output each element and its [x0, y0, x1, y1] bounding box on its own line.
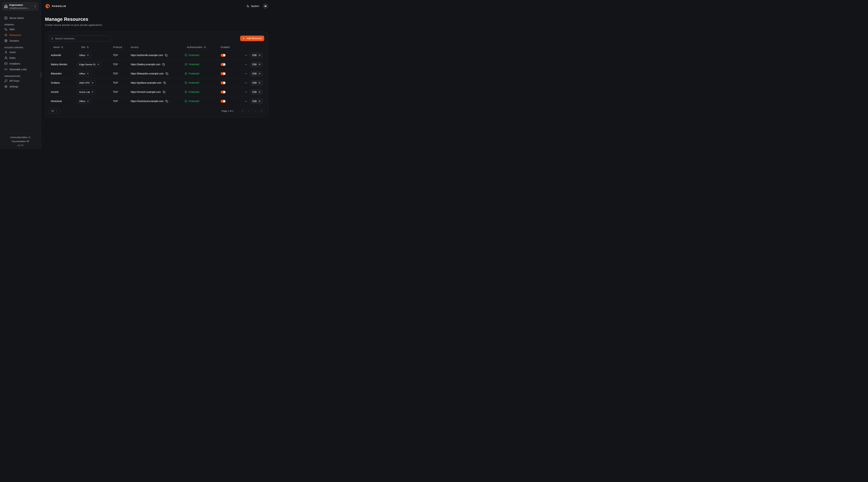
user-icon — [4, 51, 7, 54]
edit-button[interactable]: Edit — [250, 62, 263, 67]
site-link-button[interactable]: AWS VPC — [77, 80, 96, 86]
row-menu-button[interactable] — [244, 72, 248, 76]
resource-name: Bitwarden — [49, 72, 76, 75]
copy-icon[interactable] — [163, 82, 166, 84]
edit-button[interactable]: Edit — [250, 99, 263, 104]
table-row: Immich Home Lab TCP https://immich.examp… — [49, 87, 264, 96]
enabled-toggle[interactable] — [221, 54, 226, 57]
users-icon — [4, 56, 7, 60]
arrow-right-icon — [258, 82, 260, 84]
sidebar-item-domains[interactable]: Domains — [0, 38, 41, 43]
site-link-button[interactable]: Edge Device 01 — [77, 62, 101, 67]
resources-table: Name Site Protocol Access Authentication — [49, 44, 264, 106]
documentation-link[interactable]: Documentation — [0, 139, 41, 143]
add-resource-button[interactable]: Add Resource — [240, 36, 264, 41]
table-row: Grafana AWS VPC TCP https://grafana.exam… — [49, 78, 264, 87]
last-page-button[interactable] — [259, 108, 264, 114]
enabled-toggle[interactable] — [221, 91, 226, 94]
resource-url: https://nextcloud.example.com — [131, 100, 163, 102]
authentication-badge: Protected — [184, 100, 218, 102]
sidebar-item-sites[interactable]: Sites — [0, 26, 41, 32]
copy-icon[interactable] — [165, 100, 168, 102]
copy-icon[interactable] — [165, 54, 167, 57]
search-icon — [51, 37, 54, 40]
site-link-button[interactable]: Office — [77, 53, 91, 58]
server-icon — [4, 17, 7, 20]
next-page-button[interactable] — [253, 108, 258, 114]
row-menu-button[interactable] — [244, 90, 248, 94]
sidebar-item-server-admin[interactable]: Server Admin — [0, 15, 41, 21]
site-link-button[interactable]: Office — [77, 99, 91, 104]
table-row: Bitwarden Office TCP https://bitwarden.e… — [49, 69, 264, 78]
sidebar-item-invitations[interactable]: Invitations — [0, 61, 41, 66]
page-subtitle: Create secure proxies to your private ap… — [45, 24, 268, 26]
org-selector[interactable]: Organization milo@fossorial.io's ... — [2, 2, 38, 10]
edit-label: Edit — [252, 63, 256, 66]
copy-icon[interactable] — [163, 91, 165, 93]
sidebar-resize-handle[interactable] — [41, 72, 41, 77]
arrow-up-right-icon — [91, 82, 94, 84]
edit-label: Edit — [252, 100, 256, 102]
copy-icon[interactable] — [166, 72, 168, 75]
previous-page-button[interactable] — [246, 108, 251, 114]
sort-by-name-button[interactable]: Name — [51, 46, 63, 49]
authentication-label: Protected — [189, 91, 199, 93]
enabled-toggle[interactable] — [221, 82, 226, 84]
resource-url: https://battery.example.com — [131, 63, 160, 66]
copy-icon[interactable] — [162, 63, 165, 66]
arrow-up-right-icon — [87, 54, 89, 56]
resource-name: Immich — [49, 91, 76, 93]
resource-protocol: TCP — [111, 54, 128, 57]
user-avatar[interactable]: M — [263, 3, 268, 9]
sidebar-item-roles[interactable]: Roles — [0, 55, 41, 61]
search-box — [49, 36, 111, 41]
edit-button[interactable]: Edit — [250, 53, 263, 58]
table-header-row: Name Site Protocol Access Authentication — [49, 44, 264, 51]
org-selector-value: milo@fossorial.io's ... — [9, 7, 30, 9]
sidebar-item-api-keys[interactable]: API Keys — [0, 78, 41, 84]
sidebar-item-label: Settings — [9, 85, 18, 88]
page-info: Page 1 of 1 — [221, 110, 234, 112]
page-size-select[interactable]: 20 — [49, 108, 60, 114]
edit-label: Edit — [252, 54, 256, 57]
edit-button[interactable]: Edit — [250, 89, 263, 95]
sidebar-item-settings[interactable]: Settings — [0, 84, 41, 89]
chevrons-up-down-icon — [34, 5, 36, 8]
community-edition-link[interactable]: Community Edition — [0, 135, 41, 139]
row-menu-button[interactable] — [244, 99, 248, 103]
column-header-enabled: Enabled — [218, 46, 242, 49]
link-icon — [4, 68, 7, 71]
site-link-button[interactable]: Office — [77, 71, 91, 76]
sidebar-item-label: Invitations — [9, 62, 20, 65]
arrow-right-icon — [258, 54, 260, 56]
resource-protocol: TCP — [111, 63, 128, 66]
enabled-toggle[interactable] — [221, 100, 226, 103]
documentation-label: Documentation — [12, 140, 26, 142]
sidebar-item-shareable-links[interactable]: Shareable Links — [0, 66, 41, 72]
authentication-badge: Protected — [184, 54, 218, 57]
row-menu-button[interactable] — [244, 53, 248, 57]
resource-name: Authentik — [49, 54, 76, 57]
theme-toggle-button[interactable]: System — [247, 5, 259, 7]
edit-button[interactable]: Edit — [250, 80, 263, 86]
resource-url: https://bitwarden.example.com — [131, 72, 164, 75]
row-menu-button[interactable] — [244, 62, 248, 66]
enabled-toggle[interactable] — [221, 63, 226, 66]
enabled-toggle[interactable] — [221, 72, 226, 75]
plus-icon — [242, 37, 245, 40]
sort-by-site-button[interactable]: Site — [79, 46, 89, 49]
main-content: PANGOLIN System M Manage Resources Creat… — [41, 0, 272, 149]
row-menu-button[interactable] — [244, 81, 248, 85]
table-row: Authentik Office TCP https://authentik.e… — [49, 51, 264, 60]
search-input[interactable] — [55, 37, 109, 40]
arrow-up-right-icon — [91, 91, 94, 93]
sidebar-item-users[interactable]: Users — [0, 49, 41, 55]
pangolin-logo-icon — [45, 3, 50, 9]
first-page-button[interactable] — [240, 108, 245, 114]
brand-logo: PANGOLIN — [45, 3, 66, 9]
sidebar-item-resources[interactable]: Resources — [0, 32, 41, 38]
authentication-label: Protected — [189, 63, 199, 66]
sort-by-authentication-button[interactable]: Authentication — [187, 46, 206, 49]
edit-button[interactable]: Edit — [250, 71, 263, 76]
site-link-button[interactable]: Home Lab — [77, 89, 96, 95]
